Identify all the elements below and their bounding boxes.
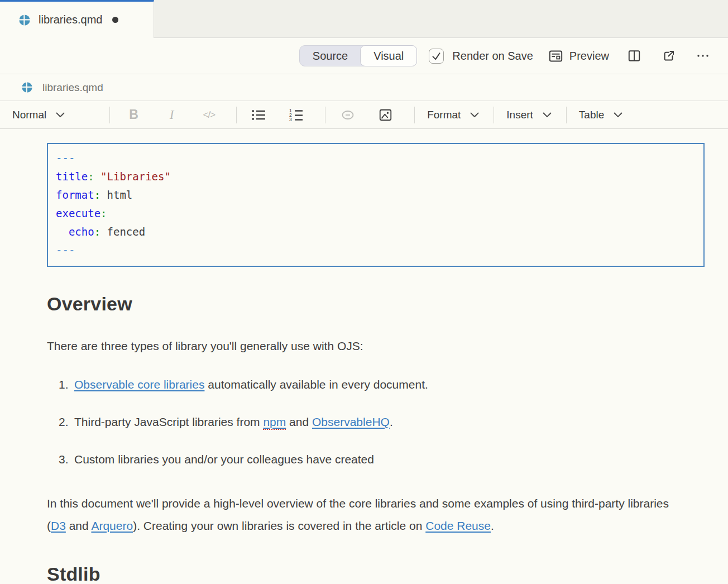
chevron-down-icon[interactable]	[614, 112, 622, 118]
preview-label: Preview	[569, 50, 609, 63]
yaml-front-matter-block[interactable]: --- title: "Libraries" format: html exec…	[47, 143, 705, 267]
preview-button[interactable]: Preview	[548, 49, 609, 64]
list-item: 1. Observable core libraries automatical…	[59, 377, 728, 392]
unsaved-changes-dot	[112, 17, 118, 23]
quarto-file-icon	[18, 14, 31, 26]
yaml-line: ---	[56, 149, 696, 167]
open-in-new-window-icon[interactable]	[662, 49, 676, 63]
table-menu[interactable]: Table	[579, 109, 604, 121]
intro-paragraph: There are three types of library you'll …	[47, 339, 728, 353]
code-button[interactable]: </>	[203, 109, 215, 121]
yaml-line: echo: fenced	[56, 223, 696, 241]
list-item-text: Custom libraries you and/or your colleag…	[74, 452, 374, 467]
breadcrumb-filename[interactable]: libraries.qmd	[42, 82, 103, 94]
tab-libraries-qmd[interactable]: libraries.qmd	[0, 0, 154, 38]
list-item-text: Third-party JavaScript libraries from np…	[74, 415, 393, 429]
list-number: 2.	[59, 415, 74, 429]
toolbar-divider	[494, 107, 494, 123]
list-item-text: Observable core libraries automatically …	[74, 377, 428, 392]
split-editor-icon[interactable]	[627, 49, 641, 63]
list-number: 3.	[59, 452, 74, 467]
yaml-line: format: html	[56, 186, 696, 204]
source-mode-button[interactable]: Source	[300, 46, 361, 66]
stdlib-heading: Stdlib	[47, 563, 728, 584]
observable-core-libraries-link[interactable]: Observable core libraries	[74, 378, 204, 391]
toolbar-divider	[414, 107, 415, 123]
tab-strip-filler	[154, 0, 728, 38]
render-on-save-label: Render on Save	[452, 50, 533, 63]
insert-menu[interactable]: Insert	[506, 109, 533, 121]
more-options-icon[interactable]	[695, 49, 711, 63]
chevron-down-icon[interactable]	[470, 112, 479, 118]
list-number: 1.	[59, 377, 74, 392]
preview-icon	[548, 49, 563, 64]
list-item: 3. Custom libraries you and/or your coll…	[59, 452, 728, 467]
overview-heading: Overview	[47, 293, 728, 315]
editor-mode-toggle: Source Visual	[299, 45, 418, 66]
visual-editor-canvas[interactable]: --- title: "Libraries" format: html exec…	[0, 143, 728, 584]
toolbar-divider	[236, 107, 237, 123]
numbered-list-icon[interactable]: 1 2 3	[289, 108, 304, 122]
chevron-down-icon[interactable]	[543, 112, 552, 118]
yaml-line: ---	[56, 241, 696, 260]
quarto-file-icon	[21, 82, 33, 93]
yaml-line: title: "Libraries"	[56, 167, 696, 186]
image-icon[interactable]	[378, 108, 393, 122]
chevron-down-icon[interactable]	[56, 112, 65, 118]
toolbar-divider	[566, 107, 567, 123]
render-on-save-checkbox[interactable]	[429, 49, 444, 64]
breadcrumb: libraries.qmd	[0, 74, 728, 101]
editor-toolbar: Source Visual Render on Save Preview	[0, 38, 728, 74]
yaml-line: execute:	[56, 204, 696, 223]
d3-link[interactable]: D3	[51, 519, 66, 532]
svg-text:3: 3	[289, 117, 292, 122]
toolbar-divider	[325, 107, 325, 123]
observablehq-link[interactable]: ObservableHQ	[312, 415, 390, 428]
link-icon[interactable]	[340, 108, 356, 122]
tab-bar: libraries.qmd	[0, 0, 728, 38]
tab-title: libraries.qmd	[39, 13, 102, 26]
render-on-save-control[interactable]: Render on Save	[429, 49, 533, 64]
bulleted-list-icon[interactable]	[251, 108, 266, 122]
library-types-list: 1. Observable core libraries automatical…	[59, 377, 728, 467]
code-reuse-link[interactable]: Code Reuse	[425, 519, 491, 532]
format-toolbar: Normal B I </> 1 2 3	[0, 101, 728, 129]
arquero-link[interactable]: Arquero	[91, 519, 133, 532]
format-menu[interactable]: Format	[427, 109, 461, 121]
bold-button[interactable]: B	[129, 107, 138, 122]
visual-mode-button[interactable]: Visual	[360, 45, 417, 66]
italic-button[interactable]: I	[170, 108, 174, 122]
toolbar-divider	[109, 107, 110, 123]
paragraph-style-dropdown[interactable]: Normal	[12, 109, 46, 121]
npm-link[interactable]: npm	[263, 415, 286, 430]
list-item: 2. Third-party JavaScript libraries from…	[59, 415, 728, 429]
closing-paragraph: In this document we'll provide a high-le…	[47, 492, 686, 537]
